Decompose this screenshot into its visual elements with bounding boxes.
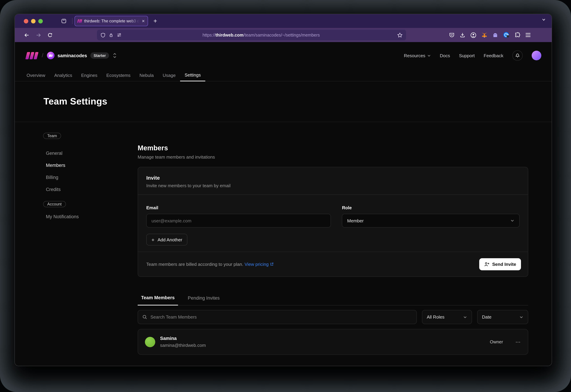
tab-ecosystems[interactable]: Ecosystems [102,69,135,81]
add-another-button[interactable]: + Add Another [146,234,188,245]
invite-card: Invite Invite new members to your team b… [138,167,528,277]
email-label: Email [146,205,331,210]
member-actions-ellipsis-icon[interactable]: ⋯ [515,339,521,345]
plus-icon: + [151,237,155,242]
breadcrumb-slash: / [42,52,43,59]
pocket-icon[interactable] [449,32,455,38]
list-all-tabs-chevron-icon[interactable] [541,17,546,22]
url-bar[interactable]: https://thirdweb.com/team/saminacodes/~/… [97,30,406,40]
chevron-down-icon [519,315,523,319]
tab-pending-invites[interactable]: Pending Invites [184,290,223,306]
url-text: https://thirdweb.com/team/saminacodes/~/… [128,33,394,37]
minimize-window-button[interactable] [31,19,36,23]
settings-sidebar: Team General Members Billing Credits Acc… [15,122,138,355]
member-avatar [145,337,155,347]
tab-usage[interactable]: Usage [158,69,180,81]
metamask-icon[interactable] [481,32,487,38]
forward-button[interactable] [36,32,41,38]
notifications-bell-icon[interactable] [512,50,523,61]
browser-tab-active[interactable]: thirdweb: The complete web3 d ✕ [74,16,148,26]
members-title: Members [138,144,528,152]
maximize-window-button[interactable] [38,19,43,23]
view-pricing-link[interactable]: View pricing [244,262,274,267]
sidebar-item-general[interactable]: General [43,147,138,159]
onepassword-icon[interactable] [503,32,510,38]
member-filters: All Roles Date [138,310,528,324]
tab-team-members[interactable]: Team Members [138,290,178,306]
resources-menu[interactable]: Resources [404,53,431,58]
site-header: / saminacodes Starter Resources Docs Sup… [15,42,552,69]
email-field[interactable] [146,214,331,227]
member-row: Samina samina@thirdweb.com Owner ⋯ [138,329,528,355]
back-button[interactable] [24,32,30,38]
chevron-down-icon [463,315,467,319]
team-switcher-chevrons-icon[interactable] [113,52,117,59]
sidebar-account-badge: Account [43,201,66,207]
members-main: Members Manage team members and invitati… [138,122,552,355]
member-list-tabs: Team Members Pending Invites [138,290,528,306]
plan-badge: Starter [90,52,109,59]
user-plus-icon [484,262,489,267]
header-links: Resources Docs Support Feedback [404,50,541,61]
tab-nebula[interactable]: Nebula [135,69,158,81]
page-title: Team Settings [44,96,107,107]
reload-button[interactable] [47,32,53,38]
billing-note: Team members are billed according to you… [146,262,274,267]
tabbar-separator [72,18,73,24]
new-tab-button[interactable]: + [151,16,160,26]
nav-buttons [24,28,53,42]
invite-title: Invite [146,175,520,181]
toolbar-extensions [449,28,531,42]
page-title-band: Team Settings [15,81,552,122]
firefox-view-icon[interactable] [60,17,68,25]
tab-title: thirdweb: The complete web3 d [84,19,139,23]
search-icon [142,314,147,320]
settings-layout: Team General Members Billing Credits Acc… [15,122,552,355]
team-avatar[interactable] [47,52,54,59]
bookmark-star-icon[interactable] [397,32,403,38]
downloads-icon[interactable] [460,32,465,38]
role-select[interactable]: Member [342,214,520,227]
tracking-protection-shield-icon[interactable] [100,32,106,38]
connection-lock-icon[interactable] [109,32,114,38]
thirdweb-site: / saminacodes Starter Resources Docs Sup… [15,42,552,366]
chevron-down-icon [510,219,514,223]
user-avatar[interactable] [532,51,541,60]
sidebar-item-billing[interactable]: Billing [43,171,138,183]
role-label: Role [342,205,520,210]
role-filter-select[interactable]: All Roles [422,310,472,324]
tab-favicon-thirdweb-icon [78,19,82,23]
feedback-link[interactable]: Feedback [484,53,503,58]
browser-toolbar: https://thirdweb.com/team/saminacodes/~/… [15,28,552,42]
account-icon[interactable] [470,32,476,38]
tab-engines[interactable]: Engines [77,69,102,81]
sidebar-team-badge: Team [43,133,61,139]
invite-subtitle: Invite new members to your team by email [146,183,520,188]
docs-link[interactable]: Docs [440,53,450,58]
browser-tab-bar: thirdweb: The complete web3 d ✕ + [15,14,552,28]
tab-analytics[interactable]: Analytics [50,69,77,81]
member-role: Owner [490,339,503,344]
member-email: samina@thirdweb.com [160,343,206,348]
member-name: Samina [160,336,206,341]
date-sort-select[interactable]: Date [477,310,528,324]
sidebar-item-credits[interactable]: Credits [43,183,138,196]
menu-hamburger-icon[interactable] [525,32,531,38]
tab-settings[interactable]: Settings [180,69,205,81]
tab-close-icon[interactable]: ✕ [142,19,145,23]
window-controls [24,19,43,23]
sidebar-item-members[interactable]: Members [43,159,138,171]
support-link[interactable]: Support [459,53,475,58]
thirdweb-logo-icon[interactable] [26,52,38,59]
phantom-icon[interactable] [492,32,498,38]
team-name[interactable]: saminacodes [58,53,87,58]
tab-overview[interactable]: Overview [22,69,50,81]
sidebar-item-my-notifications[interactable]: My Notifications [43,211,138,223]
team-nav-tabs: Overview Analytics Engines Ecosystems Ne… [15,69,552,81]
extensions-puzzle-icon[interactable] [514,32,520,38]
permissions-icon[interactable] [117,32,122,38]
send-invite-button[interactable]: Send Invite [479,258,521,270]
search-team-members-box[interactable] [138,310,417,324]
close-window-button[interactable] [24,19,28,23]
search-input[interactable] [150,314,412,320]
